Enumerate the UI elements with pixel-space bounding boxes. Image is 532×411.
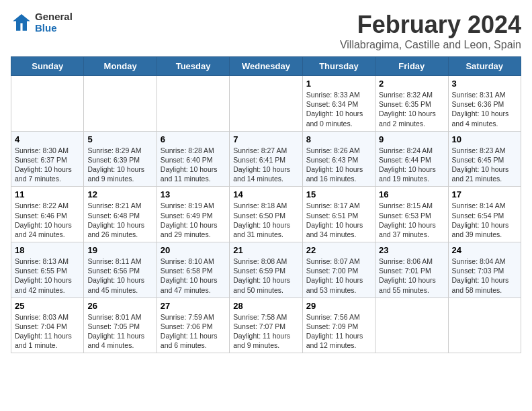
day-info: Sunrise: 8:13 AM Sunset: 6:55 PM Dayligh…: [15, 257, 80, 295]
day-info: Sunrise: 8:32 AM Sunset: 6:35 PM Dayligh…: [379, 90, 444, 128]
day-info: Sunrise: 7:59 AM Sunset: 7:06 PM Dayligh…: [161, 312, 226, 351]
calendar-week-1: 1Sunrise: 8:33 AM Sunset: 6:34 PM Daylig…: [11, 76, 521, 132]
calendar-table: SundayMondayTuesdayWednesdayThursdayFrid…: [11, 56, 521, 353]
day-number: 22: [306, 245, 371, 255]
day-info: Sunrise: 8:21 AM Sunset: 6:48 PM Dayligh…: [87, 201, 152, 239]
day-number: 27: [161, 301, 226, 311]
day-number: 11: [15, 189, 80, 199]
day-number: 2: [379, 79, 444, 89]
calendar-cell: 6Sunrise: 8:28 AM Sunset: 6:40 PM Daylig…: [157, 131, 229, 187]
logo-text: General Blue: [35, 11, 73, 34]
calendar-cell: 10Sunrise: 8:23 AM Sunset: 6:45 PM Dayli…: [448, 131, 521, 187]
location-subtitle: Villabragima, Castille and Leon, Spain: [340, 39, 521, 51]
day-number: 26: [87, 301, 152, 311]
header: General Blue February 2024 Villabragima,…: [11, 11, 521, 51]
calendar-cell: 27Sunrise: 7:59 AM Sunset: 7:06 PM Dayli…: [157, 298, 229, 353]
day-number: 29: [306, 301, 371, 311]
day-info: Sunrise: 8:17 AM Sunset: 6:51 PM Dayligh…: [306, 201, 371, 239]
day-number: 15: [306, 189, 371, 199]
calendar-cell: 11Sunrise: 8:22 AM Sunset: 6:46 PM Dayli…: [11, 187, 84, 242]
weekday-header-monday: Monday: [84, 57, 157, 76]
day-number: 14: [233, 189, 298, 199]
day-info: Sunrise: 8:28 AM Sunset: 6:40 PM Dayligh…: [161, 146, 226, 184]
day-info: Sunrise: 8:01 AM Sunset: 7:05 PM Dayligh…: [87, 312, 152, 351]
calendar-cell: 5Sunrise: 8:29 AM Sunset: 6:39 PM Daylig…: [84, 131, 157, 187]
day-info: Sunrise: 7:58 AM Sunset: 7:07 PM Dayligh…: [233, 312, 298, 351]
day-info: Sunrise: 8:10 AM Sunset: 6:58 PM Dayligh…: [161, 257, 226, 295]
title-area: February 2024 Villabragima, Castille and…: [340, 11, 521, 51]
calendar-cell: [11, 76, 84, 132]
day-number: 13: [161, 189, 226, 199]
logo: General Blue: [11, 11, 73, 34]
day-number: 23: [379, 245, 444, 255]
day-info: Sunrise: 8:31 AM Sunset: 6:36 PM Dayligh…: [452, 90, 517, 128]
weekday-header-sunday: Sunday: [11, 57, 84, 76]
calendar-cell: [230, 76, 302, 132]
calendar-cell: 24Sunrise: 8:04 AM Sunset: 7:03 PM Dayli…: [448, 242, 521, 298]
day-number: 1: [306, 79, 371, 89]
day-info: Sunrise: 8:33 AM Sunset: 6:34 PM Dayligh…: [306, 90, 371, 128]
day-info: Sunrise: 8:08 AM Sunset: 6:59 PM Dayligh…: [233, 257, 298, 295]
calendar-cell: 12Sunrise: 8:21 AM Sunset: 6:48 PM Dayli…: [84, 187, 157, 242]
logo-icon: [11, 11, 32, 33]
calendar-week-5: 25Sunrise: 8:03 AM Sunset: 7:04 PM Dayli…: [11, 298, 521, 353]
calendar-cell: 23Sunrise: 8:06 AM Sunset: 7:01 PM Dayli…: [375, 242, 448, 298]
calendar-cell: 7Sunrise: 8:27 AM Sunset: 6:41 PM Daylig…: [230, 131, 302, 187]
calendar-cell: [375, 298, 448, 353]
day-info: Sunrise: 8:07 AM Sunset: 7:00 PM Dayligh…: [306, 257, 371, 295]
day-number: 18: [15, 245, 80, 255]
day-info: Sunrise: 8:14 AM Sunset: 6:54 PM Dayligh…: [452, 201, 517, 239]
day-info: Sunrise: 8:03 AM Sunset: 7:04 PM Dayligh…: [15, 312, 80, 351]
day-info: Sunrise: 8:04 AM Sunset: 7:03 PM Dayligh…: [452, 257, 517, 295]
day-info: Sunrise: 8:18 AM Sunset: 6:50 PM Dayligh…: [233, 201, 298, 239]
day-number: 9: [379, 134, 444, 144]
calendar-cell: 28Sunrise: 7:58 AM Sunset: 7:07 PM Dayli…: [230, 298, 302, 353]
day-number: 28: [233, 301, 298, 311]
day-number: 7: [233, 134, 298, 144]
calendar-cell: 15Sunrise: 8:17 AM Sunset: 6:51 PM Dayli…: [302, 187, 375, 242]
calendar-cell: 18Sunrise: 8:13 AM Sunset: 6:55 PM Dayli…: [11, 242, 84, 298]
day-info: Sunrise: 8:06 AM Sunset: 7:01 PM Dayligh…: [379, 257, 444, 295]
calendar-cell: 8Sunrise: 8:26 AM Sunset: 6:43 PM Daylig…: [302, 131, 375, 187]
calendar-cell: 29Sunrise: 7:56 AM Sunset: 7:09 PM Dayli…: [302, 298, 375, 353]
weekday-header-friday: Friday: [375, 57, 448, 76]
calendar-cell: 25Sunrise: 8:03 AM Sunset: 7:04 PM Dayli…: [11, 298, 84, 353]
day-number: 12: [87, 189, 152, 199]
calendar-week-3: 11Sunrise: 8:22 AM Sunset: 6:46 PM Dayli…: [11, 187, 521, 242]
day-number: 17: [452, 189, 517, 199]
day-info: Sunrise: 8:15 AM Sunset: 6:53 PM Dayligh…: [379, 201, 444, 239]
day-info: Sunrise: 8:24 AM Sunset: 6:44 PM Dayligh…: [379, 146, 444, 184]
weekday-header-row: SundayMondayTuesdayWednesdayThursdayFrid…: [11, 57, 521, 76]
day-number: 8: [306, 134, 371, 144]
calendar-cell: 14Sunrise: 8:18 AM Sunset: 6:50 PM Dayli…: [230, 187, 302, 242]
calendar-cell: 17Sunrise: 8:14 AM Sunset: 6:54 PM Dayli…: [448, 187, 521, 242]
weekday-header-thursday: Thursday: [302, 57, 375, 76]
day-info: Sunrise: 8:30 AM Sunset: 6:37 PM Dayligh…: [15, 146, 80, 184]
calendar-cell: 26Sunrise: 8:01 AM Sunset: 7:05 PM Dayli…: [84, 298, 157, 353]
weekday-header-saturday: Saturday: [448, 57, 521, 76]
calendar-cell: 2Sunrise: 8:32 AM Sunset: 6:35 PM Daylig…: [375, 76, 448, 132]
calendar-cell: 1Sunrise: 8:33 AM Sunset: 6:34 PM Daylig…: [302, 76, 375, 132]
calendar-cell: 4Sunrise: 8:30 AM Sunset: 6:37 PM Daylig…: [11, 131, 84, 187]
month-title: February 2024: [340, 11, 521, 39]
calendar-cell: 13Sunrise: 8:19 AM Sunset: 6:49 PM Dayli…: [157, 187, 229, 242]
weekday-header-wednesday: Wednesday: [230, 57, 302, 76]
calendar-cell: [84, 76, 157, 132]
day-info: Sunrise: 8:19 AM Sunset: 6:49 PM Dayligh…: [161, 201, 226, 239]
calendar-cell: 9Sunrise: 8:24 AM Sunset: 6:44 PM Daylig…: [375, 131, 448, 187]
calendar-cell: 16Sunrise: 8:15 AM Sunset: 6:53 PM Dayli…: [375, 187, 448, 242]
day-number: 20: [161, 245, 226, 255]
day-info: Sunrise: 8:11 AM Sunset: 6:56 PM Dayligh…: [87, 257, 152, 295]
calendar-cell: 21Sunrise: 8:08 AM Sunset: 6:59 PM Dayli…: [230, 242, 302, 298]
day-info: Sunrise: 8:22 AM Sunset: 6:46 PM Dayligh…: [15, 201, 80, 239]
day-info: Sunrise: 8:29 AM Sunset: 6:39 PM Dayligh…: [87, 146, 152, 184]
day-number: 3: [452, 79, 517, 89]
day-number: 10: [452, 134, 517, 144]
calendar-cell: 3Sunrise: 8:31 AM Sunset: 6:36 PM Daylig…: [448, 76, 521, 132]
day-info: Sunrise: 8:26 AM Sunset: 6:43 PM Dayligh…: [306, 146, 371, 184]
day-number: 6: [161, 134, 226, 144]
calendar-cell: 20Sunrise: 8:10 AM Sunset: 6:58 PM Dayli…: [157, 242, 229, 298]
calendar-cell: [448, 298, 521, 353]
day-number: 4: [15, 134, 80, 144]
calendar-cell: 19Sunrise: 8:11 AM Sunset: 6:56 PM Dayli…: [84, 242, 157, 298]
